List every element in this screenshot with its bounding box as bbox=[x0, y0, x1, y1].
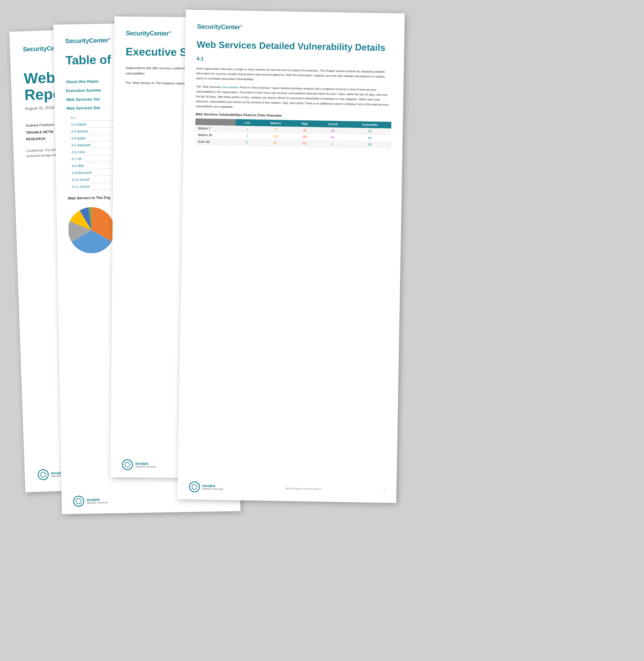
table-header-empty bbox=[196, 119, 236, 126]
detail-section: 4.1 bbox=[197, 56, 392, 65]
detail-tenable-circle-inner-icon bbox=[192, 484, 198, 490]
cover-author-company: TENABLE NETW bbox=[26, 129, 53, 135]
toc-logo-tm: ® bbox=[108, 37, 111, 41]
table-header-critical: Critical bbox=[317, 121, 348, 128]
exec-tenable-circle-icon bbox=[122, 459, 133, 470]
row-high-within30: 120 bbox=[292, 133, 317, 140]
row-medium-within7: 77 bbox=[259, 126, 293, 133]
row-critical-over30: 1 bbox=[317, 140, 348, 147]
detail-para1: Each organization may have a single or m… bbox=[196, 66, 392, 85]
cover-author-dept: RESEARCH bbox=[26, 137, 46, 141]
row-high-within7: 20 bbox=[292, 127, 317, 134]
detail-footer: tenable network security Web Services Su… bbox=[189, 481, 385, 496]
toc-sub-label-atlassian: 4.5 Atlassian bbox=[71, 142, 91, 149]
exec-tenable-brand-text: tenable network security bbox=[135, 462, 156, 468]
row-low-over30: 0 bbox=[235, 139, 258, 146]
detail-logo-tm: ® bbox=[240, 24, 242, 27]
row-label-within7: Within 7 bbox=[196, 125, 236, 133]
detail-page: SecurityCenter® Web Services Detailed Vu… bbox=[177, 9, 405, 503]
detail-table-title: Web Services Vulnerabilities Point-In-Ti… bbox=[196, 112, 391, 120]
exec-tenable-sub: network security bbox=[135, 466, 156, 468]
row-low-within30: 3 bbox=[235, 132, 258, 139]
toc-tenable-logo: tenable network security bbox=[73, 495, 108, 507]
detail-logo-text: SecurityCenter bbox=[197, 23, 240, 31]
toc-sub-label-novell: 4.10 Novell bbox=[72, 176, 89, 184]
toc-sub-label-apple: 4.4 Apple bbox=[71, 135, 86, 142]
exec-logo-tm: ® bbox=[169, 30, 171, 34]
tenable-circle-inner-icon bbox=[40, 472, 46, 478]
row-medium-over30: 47 bbox=[258, 139, 292, 147]
toc-logo-text: SecurityCenter bbox=[65, 37, 108, 45]
toc-tenable-brand-text: tenable network security bbox=[87, 498, 108, 504]
row-exploitable-within7: 20 bbox=[348, 128, 391, 135]
toc-tenable-circle-inner-icon bbox=[76, 498, 82, 504]
detail-footer-page: 7 bbox=[384, 489, 385, 492]
toc-sub-label-ibm: 4.8 IBM bbox=[72, 162, 84, 170]
toc-sub-label-apache: 4.3 Apache bbox=[71, 128, 88, 135]
tenable-circle-icon bbox=[38, 469, 49, 480]
row-medium-within30: 208 bbox=[258, 133, 292, 140]
vulnerability-table: Low Medium High Critical Exploitable Wit… bbox=[195, 119, 392, 149]
toc-sub-label-hp: 4.7 HP bbox=[71, 156, 82, 163]
row-high-over30: 93 bbox=[292, 140, 317, 147]
row-low-within7: 1 bbox=[235, 126, 259, 133]
detail-tenable-sub: network security bbox=[202, 488, 223, 491]
detail-title: Web Services Detailed Vulnerability Deta… bbox=[197, 39, 393, 53]
detail-para2: The "Web Services Vulnerabilities Point-… bbox=[196, 85, 392, 112]
row-exploitable-over30: 30 bbox=[348, 141, 391, 148]
row-critical-within30: 41 bbox=[317, 134, 348, 141]
toc-tenable-sub: network security bbox=[87, 501, 108, 504]
exec-logo-text: SecurityCenter bbox=[125, 29, 169, 37]
toc-sub-label-citrix: 4.6 Citrix bbox=[71, 149, 85, 156]
table-header-exploitable: Exploitable bbox=[348, 121, 391, 129]
table-header-high: High bbox=[293, 120, 317, 127]
toc-sub-label-oracle: 4.11 Oracle bbox=[72, 183, 90, 190]
toc-sub-label-adobe: 4.2 Adobe bbox=[71, 121, 87, 128]
exec-tenable-logo: tenable network security bbox=[122, 459, 156, 470]
table-header-medium: Medium bbox=[259, 120, 293, 127]
detail-tenable-brand-text: tenable network security bbox=[202, 484, 223, 491]
row-label-within30: Within 30 bbox=[195, 132, 235, 139]
toc-sub-label-41: 4.1 bbox=[71, 114, 76, 121]
detail-tenable-logo: tenable network security bbox=[189, 481, 224, 493]
detail-logo: SecurityCenter® bbox=[197, 23, 393, 34]
detail-footer-center: Web Services Summary Report bbox=[285, 487, 322, 491]
row-label-over30: Over 30 bbox=[195, 138, 235, 145]
detail-tenable-circle-icon bbox=[189, 481, 200, 493]
toc-tenable-circle-icon bbox=[73, 496, 85, 507]
row-exploitable-within30: 89 bbox=[348, 134, 391, 142]
row-critical-within7: 10 bbox=[317, 127, 348, 134]
table-header-low: Low bbox=[235, 119, 259, 126]
toc-sub-label-microsoft: 4.9 Microsoft bbox=[72, 169, 92, 176]
exec-tenable-circle-inner-icon bbox=[124, 462, 130, 468]
